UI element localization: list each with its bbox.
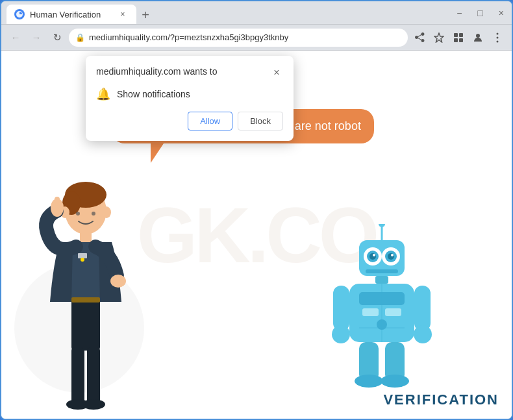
allow-button[interactable]: Allow xyxy=(188,112,232,130)
bell-icon: 🔔 xyxy=(96,87,110,101)
bookmark-button[interactable] xyxy=(430,29,448,47)
close-window-button[interactable]: × xyxy=(496,5,507,21)
svg-point-26 xyxy=(82,399,105,410)
refresh-button[interactable]: ↻ xyxy=(48,29,66,47)
svg-point-51 xyxy=(414,325,432,343)
svg-rect-50 xyxy=(414,286,431,331)
page-content: GK.CO xyxy=(1,51,512,419)
minimize-button[interactable]: − xyxy=(454,5,464,21)
permission-text: Show notifications xyxy=(117,89,190,99)
popup-close-button[interactable]: × xyxy=(270,66,283,79)
svg-point-49 xyxy=(332,325,350,343)
svg-point-21 xyxy=(110,275,126,288)
human-figure xyxy=(21,172,151,419)
url-text: mediumhiquality.com/?p=meztsnzxha5gi3bpg… xyxy=(89,32,401,42)
svg-rect-5 xyxy=(459,38,463,42)
title-bar: Human Verification × + − □ × xyxy=(1,1,512,25)
forward-button[interactable]: → xyxy=(27,29,45,47)
svg-point-14 xyxy=(102,206,111,218)
svg-point-37 xyxy=(369,253,376,260)
share-button[interactable] xyxy=(410,29,429,47)
verification-label: VERIFICATION xyxy=(383,391,499,408)
svg-rect-41 xyxy=(366,269,398,273)
back-button[interactable]: ← xyxy=(6,29,25,47)
browser-window: Human Verification × + − □ × ← → ↻ 🔒 med… xyxy=(0,0,513,420)
window-controls: − □ × xyxy=(454,5,507,21)
svg-rect-2 xyxy=(454,33,458,37)
svg-rect-42 xyxy=(375,276,388,284)
tab-close-button[interactable]: × xyxy=(117,8,129,20)
svg-point-38 xyxy=(388,253,394,260)
svg-point-9 xyxy=(497,40,499,42)
tab-title: Human Verification xyxy=(30,10,101,19)
svg-rect-28 xyxy=(78,253,87,258)
svg-point-6 xyxy=(476,34,480,38)
svg-rect-46 xyxy=(385,308,401,316)
popup-title: mediumhiquality.com wants to xyxy=(96,66,217,77)
svg-point-7 xyxy=(497,32,499,34)
svg-marker-1 xyxy=(434,33,444,42)
svg-rect-24 xyxy=(87,347,100,406)
svg-point-15 xyxy=(76,212,80,216)
svg-rect-27 xyxy=(71,297,100,303)
svg-rect-3 xyxy=(459,33,463,37)
popup-header: mediumhiquality.com wants to × xyxy=(96,66,283,79)
extensions-button[interactable] xyxy=(449,29,468,47)
address-bar[interactable]: 🔒 mediumhiquality.com/?p=meztsnzxha5gi3b… xyxy=(69,29,408,47)
svg-point-55 xyxy=(381,375,409,388)
notification-popup: mediumhiquality.com wants to × 🔔 Show no… xyxy=(86,56,294,141)
lock-icon: 🔒 xyxy=(75,33,85,42)
restore-button[interactable]: □ xyxy=(475,5,485,21)
svg-rect-23 xyxy=(71,347,84,406)
svg-rect-48 xyxy=(333,286,349,331)
svg-point-16 xyxy=(92,212,95,216)
active-tab[interactable]: Human Verification × xyxy=(6,5,136,24)
svg-rect-17 xyxy=(80,232,92,242)
svg-rect-20 xyxy=(55,197,60,211)
menu-button[interactable] xyxy=(488,29,507,47)
svg-point-29 xyxy=(81,258,84,262)
svg-point-39 xyxy=(373,254,375,256)
popup-permission: 🔔 Show notifications xyxy=(96,87,283,101)
tab-area: Human Verification × + xyxy=(6,1,454,24)
tab-favicon xyxy=(14,9,25,19)
new-tab-button[interactable]: + xyxy=(136,6,155,24)
profile-button[interactable] xyxy=(469,29,487,47)
svg-rect-22 xyxy=(71,299,100,351)
popup-actions: Allow Block xyxy=(96,112,283,130)
svg-rect-4 xyxy=(454,38,458,42)
robot-figure xyxy=(330,224,434,406)
svg-point-54 xyxy=(355,375,383,388)
svg-point-40 xyxy=(391,254,394,256)
nav-bar: ← → ↻ 🔒 mediumhiquality.com/?p=meztsnzxh… xyxy=(1,25,512,51)
block-button[interactable]: Block xyxy=(238,112,283,130)
svg-point-8 xyxy=(497,36,499,38)
nav-action-buttons xyxy=(410,29,507,47)
svg-rect-45 xyxy=(362,308,379,316)
svg-point-31 xyxy=(379,224,385,227)
